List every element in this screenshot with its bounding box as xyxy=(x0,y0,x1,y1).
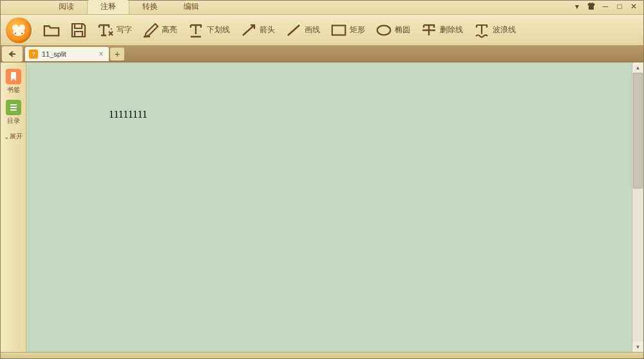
svg-point-5 xyxy=(111,28,112,30)
toolbar: 写字 高亮 下划线 箭头 画线 xyxy=(1,15,643,46)
window-controls: ▾ ─ □ ✕ xyxy=(573,2,638,11)
scroll-up-button[interactable]: ▲ xyxy=(632,62,643,73)
status-bar xyxy=(1,352,643,358)
arrow-icon xyxy=(240,22,257,39)
underline-button[interactable]: 下划线 xyxy=(184,19,234,41)
maximize-button[interactable]: □ xyxy=(615,2,624,11)
wavy-icon xyxy=(473,22,490,39)
chevron-down-icon: ⌄ xyxy=(4,133,9,140)
scroll-thumb[interactable] xyxy=(633,73,643,189)
strikeout-icon xyxy=(421,22,437,39)
scroll-down-button[interactable]: ▼ xyxy=(632,342,643,352)
pdf-icon: ? xyxy=(29,50,38,59)
arrow-label: 箭头 xyxy=(260,24,275,35)
dropdown-icon[interactable]: ▾ xyxy=(573,2,582,11)
text-icon xyxy=(97,22,114,39)
toc-label: 目录 xyxy=(7,116,20,125)
strikeout-label: 删除线 xyxy=(440,24,463,35)
line-button[interactable]: 画线 xyxy=(281,19,324,41)
vertical-scrollbar[interactable]: ▲ ▼ xyxy=(632,62,643,352)
line-label: 画线 xyxy=(305,24,320,35)
document-tab-strip: ? 11_split × + xyxy=(1,46,643,62)
bookmark-icon xyxy=(6,69,21,84)
sidebar-item-bookmark[interactable]: 书签 xyxy=(3,68,24,96)
write-button[interactable]: 写字 xyxy=(93,19,136,41)
nav-back-button[interactable] xyxy=(2,46,23,62)
wavy-label: 波浪线 xyxy=(493,24,516,35)
highlight-label: 高亮 xyxy=(162,24,177,35)
svg-point-1 xyxy=(12,24,19,31)
folder-icon xyxy=(43,22,60,39)
menu-tab-convert[interactable]: 转换 xyxy=(129,0,171,14)
document-tab-title: 11_split xyxy=(42,50,93,58)
rect-icon xyxy=(330,22,347,39)
svg-point-2 xyxy=(19,24,25,31)
content-area: 11111111 ▲ ▼ xyxy=(26,62,643,352)
save-button[interactable] xyxy=(66,19,91,41)
svg-point-7 xyxy=(377,25,390,35)
app-logo[interactable] xyxy=(6,17,32,43)
highlight-button[interactable]: 高亮 xyxy=(138,19,181,41)
document-tab[interactable]: ? 11_split × xyxy=(25,47,109,61)
strikeout-button[interactable]: 删除线 xyxy=(417,19,467,41)
menu-tab-bar: 阅读 注释 转换 编辑 ▾ ─ □ ✕ xyxy=(1,1,643,15)
tab-add-button[interactable]: + xyxy=(110,48,124,60)
svg-rect-6 xyxy=(332,25,345,35)
close-button[interactable]: ✕ xyxy=(629,2,638,11)
side-panel: 书签 目录 ⌄ 展开 xyxy=(1,62,26,352)
document-text: 11111111 xyxy=(109,109,147,120)
toc-icon xyxy=(6,100,21,115)
highlight-icon xyxy=(142,22,159,39)
sidebar-item-toc[interactable]: 目录 xyxy=(3,98,24,127)
scroll-track[interactable] xyxy=(632,73,643,342)
bookmark-label: 书签 xyxy=(7,86,20,95)
oval-icon xyxy=(375,22,392,39)
menu-tab-read[interactable]: 阅读 xyxy=(46,0,87,14)
open-button[interactable] xyxy=(39,19,64,41)
line-icon xyxy=(285,22,302,39)
sidebar-expand-button[interactable]: ⌄ 展开 xyxy=(4,132,23,141)
svg-point-3 xyxy=(15,33,16,34)
underline-icon xyxy=(187,22,204,39)
save-icon xyxy=(70,22,87,39)
rect-button[interactable]: 矩形 xyxy=(327,19,369,41)
svg-point-4 xyxy=(21,33,23,34)
oval-button[interactable]: 椭圆 xyxy=(372,19,414,41)
document-page[interactable]: 11111111 xyxy=(28,64,632,351)
rect-label: 矩形 xyxy=(350,24,365,35)
menu-tab-edit[interactable]: 编辑 xyxy=(171,0,212,14)
underline-label: 下划线 xyxy=(207,24,230,35)
oval-label: 椭圆 xyxy=(395,24,410,35)
expand-label: 展开 xyxy=(10,132,23,141)
menu-tab-annotate[interactable]: 注释 xyxy=(87,0,129,14)
minimize-button[interactable]: ─ xyxy=(601,2,610,11)
write-label: 写字 xyxy=(117,24,132,35)
main-area: 书签 目录 ⌄ 展开 11111111 ▲ ▼ xyxy=(1,62,643,352)
skin-icon[interactable] xyxy=(587,2,596,11)
arrow-button[interactable]: 箭头 xyxy=(236,19,279,41)
tab-close-button[interactable]: × xyxy=(97,50,105,58)
wavy-button[interactable]: 波浪线 xyxy=(469,19,520,41)
